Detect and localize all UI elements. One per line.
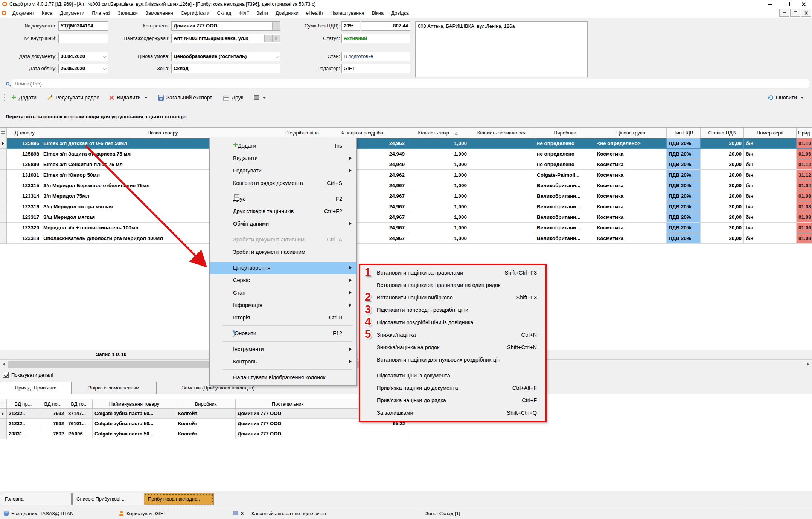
menu-Звіти[interactable]: Звіти [253, 8, 272, 18]
field-2-col3[interactable]: В подготовке [341, 52, 410, 61]
show-details-toggle[interactable]: Показувати деталі [3, 371, 53, 379]
column-header-Прид[interactable]: Прид [797, 128, 812, 138]
menu-Довідники[interactable]: Довідники [272, 8, 302, 18]
menu-Вікна[interactable]: Вікна [368, 8, 387, 18]
grid-menu-icon[interactable] [1, 131, 5, 134]
menu-item-Копіювати рядок документа[interactable]: Копіювати рядок документаCtrl+S [210, 177, 356, 189]
menu-item-Обмін даними[interactable]: Обмін даними [210, 218, 356, 230]
minimize-button[interactable] [761, 0, 778, 8]
toolbar-Додати-button[interactable]: +Додати [11, 94, 37, 101]
submenu-item-Підставити попередні роздрібні ціни[interactable]: Підставити попередні роздрібні ціни [360, 304, 545, 316]
row-selector[interactable] [0, 429, 7, 439]
row-selector[interactable] [0, 191, 7, 201]
submenu-item-Знижка/націнка[interactable]: Знижка/націнкаCtrl+N [360, 329, 545, 341]
menu-item-Редагувати[interactable]: Редагувати [210, 165, 356, 177]
menu-item-Контроль[interactable]: Контроль [210, 356, 356, 368]
window-tab-Прибуткова накладна .[interactable]: Прибуткова накладна . [144, 493, 214, 505]
detail-column-header[interactable]: Найменування товару [93, 399, 176, 409]
table-row[interactable]: 123317З/щ Меридол мягкая24,9671,000Велик… [0, 212, 812, 223]
table-row[interactable]: 131031Elmex з/п Юниор 50мл24,9621,000Col… [0, 170, 812, 180]
mdi-minimize-button[interactable] [779, 9, 789, 17]
submenu-item-Знижка/націнка на рядок[interactable]: Знижка/націнка на рядокShift+Ctrl+N [360, 341, 545, 354]
column-header-Ставка ПДВ[interactable]: Ставка ПДВ [701, 128, 744, 138]
submenu-item-Встановити націнки для нульових роздрібних цін[interactable]: Встановити націнки для нульових роздрібн… [360, 354, 545, 366]
field-1-col1[interactable] [58, 34, 108, 43]
menu-item-Ціноутворення[interactable]: Ціноутворення [210, 262, 356, 274]
submenu-item-Прив'язка націнки до рядка[interactable]: Прив'язка націнки до рядкаCtrl+F [360, 394, 545, 407]
table-row[interactable]: 123316З/щ Меридол экстра мягкая24,9671,0… [0, 201, 812, 212]
field-2-col1[interactable]: 30.04.2020 [58, 52, 108, 61]
chevron-down-icon[interactable] [103, 66, 107, 70]
row-selector[interactable] [0, 159, 7, 170]
menu-Платежі[interactable]: Платежі [88, 8, 114, 18]
menu-item-Друк стікерів та цінників[interactable]: Друк стікерів та цінниківCtrl+F2 [210, 205, 356, 218]
row-selector[interactable] [0, 201, 7, 212]
refresh-button[interactable]: Оновити [768, 90, 804, 105]
toolbar-Видалити-button[interactable]: Видалити [109, 95, 147, 101]
column-header-Кількість закр...[interactable]: Кількість закр...△ [407, 128, 469, 138]
menu-Налаштування[interactable]: Налаштування [327, 8, 368, 18]
row-selector[interactable] [0, 409, 7, 419]
mdi-close-button[interactable] [801, 9, 811, 17]
row-selector[interactable] [0, 223, 7, 233]
menu-Документ[interactable]: Документ [9, 8, 38, 18]
column-header-Виробник[interactable]: Виробник [535, 128, 595, 138]
field-0-col1[interactable]: УТДМ0304194 [58, 21, 108, 31]
row-selector[interactable] [0, 138, 7, 149]
field-3-col2[interactable]: Склад [171, 64, 280, 73]
grid-menu-icon[interactable] [1, 403, 5, 406]
picker-button[interactable]: X [272, 35, 280, 42]
field-3-col3[interactable]: GIFT [341, 64, 410, 73]
column-header-Роздрібна ціна[interactable]: Роздрібна ціна [284, 128, 320, 138]
scroll-right-button[interactable] [804, 361, 811, 368]
menu-item-Інформація[interactable]: Інформація [210, 299, 356, 311]
column-header-Назва товару[interactable]: Назва товару [41, 128, 284, 138]
submenu-item-Підставити роздрібні ціни із довідника[interactable]: Підставити роздрібні ціни із довідника [360, 316, 545, 329]
row-selector[interactable] [0, 233, 7, 244]
row-selector[interactable] [0, 419, 7, 429]
mdi-restore-button[interactable] [790, 9, 800, 17]
search-input[interactable] [12, 80, 809, 87]
menu-Філії[interactable]: Філії [235, 8, 253, 18]
submenu-item-Встановити націнки вибірково[interactable]: Встановити націнки вибірковоShift+F3 [360, 292, 545, 304]
checkbox-checked-icon[interactable] [3, 372, 9, 378]
window-tab-Головна[interactable]: Головна [1, 493, 72, 505]
detail-column-header[interactable]: Постачальник [236, 399, 340, 409]
menu-item-Друк[interactable]: ДрукF2 [210, 193, 356, 205]
toolbar-Редагувати рядок-button[interactable]: Редагувати рядок [47, 95, 99, 101]
submenu-item-За залишками[interactable]: За залишкамиShift+Ctrl+Q [360, 407, 545, 419]
toolbar-grip[interactable] [4, 93, 5, 102]
table-row[interactable]: 123318Ополаскиватель д/полости рта Мерид… [0, 233, 812, 244]
row-selector[interactable] [0, 170, 7, 180]
menu-Каса[interactable]: Каса [38, 8, 56, 18]
detail-column-header[interactable]: ВД то... [66, 399, 93, 409]
menu-item-Сервіс[interactable]: Сервіс [210, 274, 356, 287]
column-header-ІД товару[interactable]: ІД товару [7, 128, 41, 138]
vat-percent[interactable]: 20% [341, 21, 360, 31]
row-selector[interactable] [0, 180, 7, 191]
field-3-col1[interactable]: 26.05.2020 [58, 64, 108, 73]
row-selector[interactable] [0, 149, 7, 159]
menu-item-Зробити документ активним[interactable]: Зробити документ активнимCtrl+A [210, 234, 356, 246]
column-header-Кількість залишилася[interactable]: Кількість залишилася [469, 128, 535, 138]
column-header-% націнки роздрібн...[interactable]: % націнки роздрібн... [320, 128, 407, 138]
submenu-item-Встановити націнки за правилами[interactable]: Встановити націнки за правиламиShift+Ctr… [360, 267, 545, 279]
menu-Документи[interactable]: Документи [56, 8, 88, 18]
tab-Прихід. Прив'язки[interactable]: Прихід. Прив'язки [0, 382, 72, 394]
menu-item-Історія[interactable]: ІсторіяCtrl+I [210, 311, 356, 324]
submenu-item-Встановити націнки за правилами на один рядок[interactable]: Встановити націнки за правилами на один … [360, 279, 545, 292]
toolbar-Загальний експорт-button[interactable]: Загальний експорт [158, 95, 212, 101]
submenu-item-Прив'язка націнки до документа[interactable]: Прив'язка націнки до документаCtrl+Alt+F [360, 382, 545, 394]
column-header-Тип ПДВ[interactable]: Тип ПДВ [667, 128, 701, 138]
menu-item-Додати[interactable]: +ДодатиIns [210, 140, 356, 152]
table-row[interactable]: 123320Меридол з/п + ополаскиватель 100мл… [0, 223, 812, 233]
chevron-down-icon[interactable] [275, 54, 279, 58]
menu-item-Зробити документ пасивним[interactable]: Зробити документ пасивним [210, 246, 356, 258]
detail-column-header[interactable]: ВД пр... [7, 399, 40, 409]
table-row[interactable]: 125898Elmex з/п Защита от кариеса 75 мл2… [0, 149, 812, 159]
field-2-col2[interactable]: Ценообразование (госпиталь) [171, 52, 280, 61]
field-0-col2[interactable]: Доминик 777 ООО... [171, 21, 280, 31]
menu-item-Видалити[interactable]: Видалити [210, 152, 356, 165]
window-tab-Список: Прибуткові ...[interactable]: Список: Прибуткові ... [72, 493, 143, 505]
detail-table-row[interactable]: 20831..7692PA006...Colgate зубна паста 5… [0, 429, 812, 439]
